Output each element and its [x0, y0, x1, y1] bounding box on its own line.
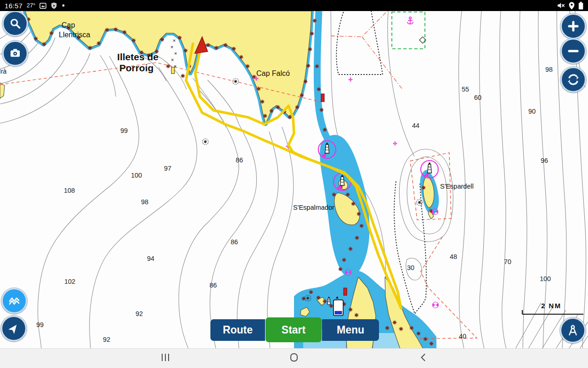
rock-symbol	[123, 30, 127, 34]
menu-button[interactable]: Menu	[322, 319, 379, 341]
rock-symbol	[50, 31, 54, 35]
place-label: Cap	[62, 21, 75, 29]
place-label: Porroig	[119, 63, 154, 73]
divider-compass-icon	[566, 323, 580, 337]
depth-sounding: 30	[407, 264, 414, 271]
rock-symbol	[215, 46, 219, 50]
rock-symbol	[34, 37, 38, 41]
place-label: Illetes de	[117, 52, 158, 62]
rock-symbol	[309, 290, 313, 294]
route-button[interactable]: Route	[210, 319, 265, 341]
red-beacon	[321, 94, 324, 102]
rock-symbol	[399, 327, 403, 331]
rock-symbol	[184, 49, 188, 53]
camera-icon	[8, 46, 22, 60]
rock-symbol	[346, 193, 350, 197]
rock-symbol	[257, 87, 261, 91]
rock-symbol	[206, 43, 210, 47]
rock-symbol	[295, 105, 300, 109]
clock: 16:57	[5, 2, 23, 10]
search-button[interactable]	[2, 11, 28, 36]
rock-symbol	[315, 64, 319, 69]
depth-sounding: 60	[474, 94, 481, 101]
depth-sounding: 48	[450, 253, 457, 260]
svg-text:×: ×	[174, 51, 177, 56]
place-label: Llentrisca	[59, 31, 90, 39]
rock-symbol	[97, 41, 101, 46]
rock-symbol	[304, 80, 308, 84]
rock-symbol	[239, 55, 243, 59]
svg-text:×: ×	[171, 57, 174, 63]
recents-button[interactable]	[160, 352, 171, 365]
rock-symbol	[160, 38, 164, 42]
sync-button[interactable]	[560, 67, 586, 92]
battery-icon	[578, 2, 583, 10]
search-icon	[8, 17, 22, 30]
photo-button[interactable]	[2, 40, 28, 66]
rock-symbol	[308, 47, 312, 52]
depth-sounding: 44	[412, 122, 419, 129]
rock-symbol	[263, 114, 267, 118]
rock-symbol	[342, 258, 346, 262]
harbor-light-icon	[328, 297, 330, 305]
depth-sounding: 40	[459, 333, 466, 340]
depth-sounding: 94	[147, 255, 154, 262]
rock-symbol	[88, 46, 92, 50]
start-button[interactable]: Start	[266, 317, 322, 342]
navigation-arrow-icon	[7, 322, 21, 335]
rock-symbol	[332, 193, 336, 197]
place-label: S'Espardell	[440, 183, 474, 190]
depth-sounding: 102	[64, 278, 75, 285]
rock-symbol	[317, 296, 321, 300]
depth-sounding: 70	[504, 258, 511, 265]
plus-icon	[566, 19, 580, 33]
rock-symbol	[166, 64, 170, 69]
depth-sounding: 92	[136, 310, 143, 317]
depth-sounding: 98	[545, 66, 553, 73]
rock-symbol	[252, 75, 256, 79]
rock-symbol	[181, 74, 185, 78]
weather-layers-button[interactable]	[1, 288, 27, 314]
rock-symbol	[339, 267, 343, 271]
rock-symbol	[320, 108, 324, 112]
rock-symbol	[323, 299, 327, 304]
rock-symbol	[393, 321, 397, 325]
rock-symbol	[422, 186, 426, 190]
sync-icon	[566, 72, 581, 87]
back-button[interactable]	[418, 352, 429, 365]
locate-me-button[interactable]	[1, 316, 27, 341]
place-label: S'Espalmador	[293, 204, 334, 211]
rock-symbol	[349, 247, 353, 251]
rock-symbol	[246, 64, 250, 69]
depth-sounding: 86	[236, 156, 243, 164]
shield-play-icon	[51, 2, 57, 9]
nautical-chart-map[interactable]: ××× ×× CapLlentriscaIlletes dePorroigCap…	[0, 11, 588, 349]
rock-symbol	[417, 332, 421, 336]
depth-sounding: 99	[120, 127, 128, 134]
zoom-in-button[interactable]	[560, 13, 586, 39]
rock-symbol	[306, 64, 311, 68]
rock-symbol	[360, 224, 364, 228]
notification-dot	[62, 4, 65, 7]
recents-icon	[160, 352, 171, 363]
volume-muted-icon	[557, 2, 565, 9]
zoom-out-button[interactable]	[560, 38, 586, 64]
distance-measure-button[interactable]	[560, 317, 586, 343]
depth-sounding: 55	[462, 86, 469, 93]
waves-logo-icon	[7, 293, 22, 308]
rock-symbol	[300, 93, 304, 98]
rock-symbol	[232, 47, 236, 51]
depth-sounding: 99	[36, 321, 44, 328]
rock-symbol	[317, 87, 321, 92]
rock-symbol	[42, 42, 46, 46]
place-label: Cap Falcó	[256, 69, 290, 77]
depth-sounding: 97	[164, 165, 171, 172]
rock-symbol	[385, 326, 390, 330]
rock-symbol	[310, 32, 314, 36]
rock-symbol	[132, 39, 136, 43]
rock-symbol	[260, 100, 265, 104]
rock-symbol	[276, 105, 280, 109]
home-button[interactable]	[288, 352, 300, 365]
depth-sounding: 86	[209, 282, 217, 289]
depth-sounding: 98	[141, 198, 148, 206]
